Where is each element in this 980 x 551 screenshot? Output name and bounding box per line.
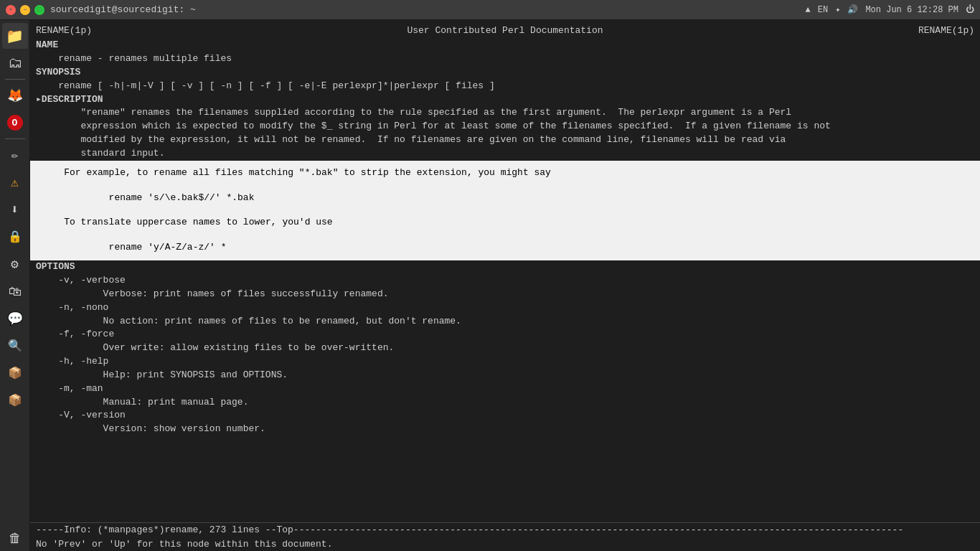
sidebar-divider-1 bbox=[5, 79, 25, 80]
info-bar-text: -----Info: (*manpages*)rename, 273 lines… bbox=[36, 524, 903, 535]
option-m-desc: Manual: print manual page. bbox=[30, 396, 980, 410]
skype-icon: 💬 bbox=[7, 311, 23, 326]
example-line-6 bbox=[36, 232, 974, 238]
option-V-flag: -V, -version bbox=[30, 409, 980, 423]
sidebar-item-git[interactable]: ⚙ bbox=[2, 251, 28, 277]
sidebar-item-firefox[interactable]: 🦊 bbox=[2, 83, 28, 108]
bluetooth-icon: ✦ bbox=[835, 4, 840, 15]
sidebar-item-folder[interactable]: 🗂 bbox=[2, 50, 28, 76]
top-bar-right: ▲ EN ✦ 🔊 Mon Jun 6 12:28 PM ⏻ bbox=[806, 4, 974, 15]
header-right: RENAME(1p) bbox=[918, 24, 974, 37]
sidebar-item-package[interactable]: 📦 bbox=[2, 360, 28, 386]
info-bar: -----Info: (*manpages*)rename, 273 lines… bbox=[30, 522, 980, 537]
example-line-4 bbox=[36, 207, 974, 213]
nav-bar: No 'Prev' or 'Up' for this node within t… bbox=[30, 537, 980, 551]
desc-line-1: "rename" renames the filenames supplied … bbox=[30, 106, 980, 120]
option-V-desc: Version: show version number. bbox=[30, 423, 980, 436]
highlighted-example-block: For example, to rename all files matchin… bbox=[30, 161, 980, 260]
volume-icon: 🔊 bbox=[847, 4, 858, 15]
example-line-3: rename 's/\e.bak$//' *.bak bbox=[36, 189, 974, 208]
synopsis-content: rename [ -h|-m|-V ] [ -v ] [ -n ] [ -f ]… bbox=[30, 80, 980, 93]
edit-icon: ✏ bbox=[11, 148, 19, 162]
options-section: OPTIONS bbox=[30, 260, 980, 274]
power-icon: ⏻ bbox=[966, 4, 974, 15]
option-v-flag: -v, -verbose bbox=[30, 274, 980, 288]
sidebar-item-package2[interactable]: 📦 bbox=[2, 387, 28, 413]
lock-icon: 🔒 bbox=[8, 230, 22, 244]
header-left: RENAME(1p) bbox=[36, 24, 92, 37]
close-button[interactable]: × bbox=[6, 5, 16, 15]
top-bar-left: × − □ sourcedigit@sourcedigit: ~ bbox=[6, 4, 196, 15]
example-line-7: rename 'y/A-Z/a-z/' * bbox=[36, 238, 974, 258]
example-line-1: For example, to rename all files matchin… bbox=[36, 164, 974, 183]
terminal-area[interactable]: RENAME(1p) User Contributed Perl Documen… bbox=[30, 20, 980, 551]
man-page-header: RENAME(1p) User Contributed Perl Documen… bbox=[30, 23, 980, 39]
option-n-desc: No action: print names of files to be re… bbox=[30, 315, 980, 329]
trash-icon: 🗑 bbox=[9, 531, 22, 546]
sidebar-item-bag[interactable]: 🛍 bbox=[2, 278, 28, 304]
synopsis-section: SYNOPSIS bbox=[30, 66, 980, 80]
desc-line-2: expression which is expected to modify t… bbox=[30, 120, 980, 133]
sidebar-item-warning[interactable]: ⚠ bbox=[2, 169, 28, 195]
description-label: ▸DESCRIPTION bbox=[30, 93, 980, 107]
files-icon: 📁 bbox=[6, 27, 24, 45]
download-icon: ⬇ bbox=[11, 202, 19, 217]
git-icon: ⚙ bbox=[11, 256, 19, 272]
language-indicator: EN bbox=[818, 5, 828, 15]
window-controls: × − □ bbox=[6, 5, 44, 15]
wifi-icon: ▲ bbox=[806, 5, 811, 15]
main-layout: 📁 🗂 🦊 O ✏ ⚠ ⬇ 🔒 ⚙ 🛍 💬 bbox=[0, 20, 980, 551]
folder-icon: 🗂 bbox=[8, 55, 22, 72]
sidebar-divider-2 bbox=[5, 138, 25, 139]
option-h-desc: Help: print SYNOPSIS and OPTIONS. bbox=[30, 369, 980, 382]
desc-line-3: modified by the expression, it will not … bbox=[30, 133, 980, 147]
search-icon: 🔍 bbox=[8, 339, 22, 353]
desc-line-4: standard input. bbox=[30, 147, 980, 161]
sidebar: 📁 🗂 🦊 O ✏ ⚠ ⬇ 🔒 ⚙ 🛍 💬 bbox=[0, 20, 30, 551]
sidebar-item-opera[interactable]: O bbox=[2, 110, 28, 136]
sidebar-item-trash[interactable]: 🗑 bbox=[2, 525, 28, 551]
example-line-5: To translate uppercase names to lower, y… bbox=[36, 213, 974, 232]
package2-icon: 📦 bbox=[8, 393, 22, 408]
sidebar-item-lock[interactable]: 🔒 bbox=[2, 224, 28, 250]
man-page-content[interactable]: RENAME(1p) User Contributed Perl Documen… bbox=[30, 20, 980, 522]
option-f-flag: -f, -force bbox=[30, 328, 980, 342]
option-f-desc: Over write: allow existing files to be o… bbox=[30, 342, 980, 355]
top-bar: × − □ sourcedigit@sourcedigit: ~ ▲ EN ✦ … bbox=[0, 0, 980, 20]
example-line-2 bbox=[36, 183, 974, 189]
option-v-desc: Verbose: print names of files successful… bbox=[30, 288, 980, 301]
sidebar-item-search[interactable]: 🔍 bbox=[2, 333, 28, 359]
bag-icon: 🛍 bbox=[9, 284, 22, 299]
warning-icon: ⚠ bbox=[11, 174, 19, 190]
name-section: NAME bbox=[30, 39, 980, 52]
firefox-icon: 🦊 bbox=[7, 88, 23, 103]
sidebar-item-edit[interactable]: ✏ bbox=[2, 142, 28, 168]
sidebar-item-files[interactable]: 📁 bbox=[2, 23, 28, 49]
sidebar-item-skype[interactable]: 💬 bbox=[2, 306, 28, 331]
maximize-button[interactable]: □ bbox=[34, 5, 44, 15]
name-content: rename - renames multiple files bbox=[30, 52, 980, 66]
minimize-button[interactable]: − bbox=[20, 5, 30, 15]
option-n-flag: -n, -nono bbox=[30, 301, 980, 315]
option-h-flag: -h, -help bbox=[30, 355, 980, 369]
clock: Mon Jun 6 12:28 PM bbox=[865, 5, 958, 15]
window-title: sourcedigit@sourcedigit: ~ bbox=[50, 4, 196, 15]
package-icon: 📦 bbox=[8, 366, 22, 380]
opera-icon: O bbox=[7, 115, 23, 131]
sidebar-item-download[interactable]: ⬇ bbox=[2, 197, 28, 222]
header-center: User Contributed Perl Documentation bbox=[407, 24, 603, 37]
nav-bar-text: No 'Prev' or 'Up' for this node within t… bbox=[36, 539, 332, 550]
option-m-flag: -m, -man bbox=[30, 382, 980, 396]
